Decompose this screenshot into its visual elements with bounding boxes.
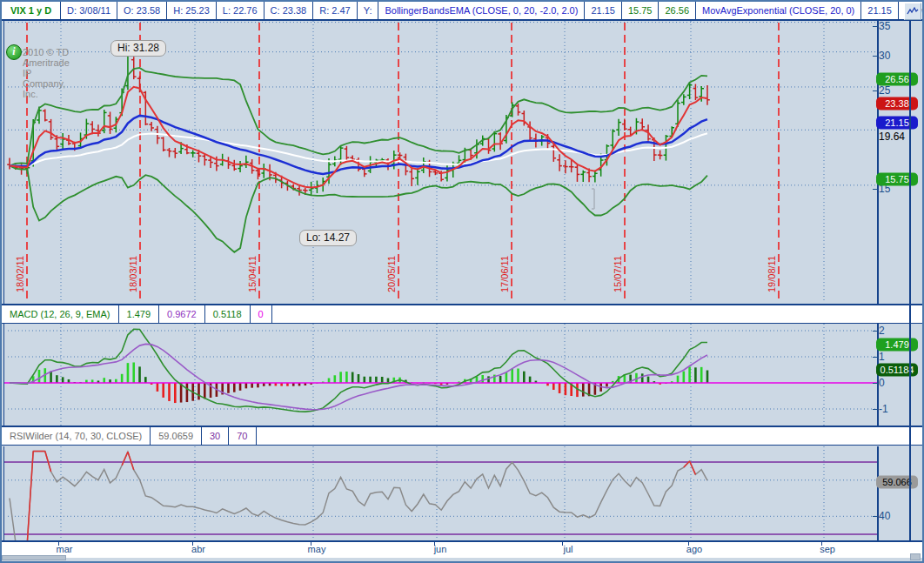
expiration-date-label: 15/07/11 — [613, 256, 623, 292]
rsi-overbought-segment — [27, 452, 33, 540]
price-axis-label: 30 — [879, 50, 890, 62]
low-callout: Lo: 14.27 — [299, 230, 357, 246]
axis-tick — [873, 357, 878, 358]
study-bollinger-label[interactable]: BollingerBandsEMA (CLOSE, 0, 20, -2.0, 2… — [378, 2, 585, 19]
expiration-date-label: 20/05/11 — [386, 256, 397, 292]
month-tick — [311, 542, 311, 546]
rsi-line — [10, 452, 707, 541]
bollinger-upper-line — [10, 68, 707, 166]
month-tick — [821, 542, 822, 546]
chart-style-button[interactable] — [904, 3, 921, 20]
month-tick — [562, 542, 563, 546]
expiration-date-label: 17/06/11 — [499, 256, 510, 292]
field-high: H: 25.23 — [167, 2, 217, 19]
study-bollinger-mid: 21.15 — [585, 2, 622, 19]
expiration-date-label: 19/08/11 — [767, 256, 777, 292]
trading-chart-window: VIX 1 y D D: 3/08/11 O: 23.58 H: 25.23 L… — [0, 0, 924, 563]
bollinger-lower-line — [10, 166, 707, 252]
symbol-timeframe[interactable]: VIX 1 y D — [2, 2, 61, 19]
horizontal-scrollbar-thumb[interactable] — [2, 555, 66, 560]
month-tick — [434, 542, 435, 546]
macd-axis-label: -1 — [879, 403, 888, 415]
rsi-header: RSIWilder (14, 70, 30, CLOSE) 59.0659 30… — [2, 426, 922, 446]
study-ema-value: 21.15 — [861, 2, 899, 19]
high-callout: Hi: 31.28 — [110, 40, 166, 57]
month-label: abr — [191, 544, 205, 554]
macd-header: MACD (12, 26, 9, EMA) 1.479 0.9672 0.511… — [2, 304, 922, 324]
macd-zero-value: 0 — [251, 305, 272, 323]
rsi-title[interactable]: RSIWilder (14, 70, 30, CLOSE) — [2, 427, 151, 445]
time-axis: marabrmayjunjulagosep — [2, 540, 922, 558]
field-close: C: 23.38 — [264, 2, 314, 19]
copyright-text: 2010 © TD Ameritrade IP Company, Inc. — [23, 47, 70, 99]
rsi-value: 59.0659 — [151, 427, 202, 445]
field-y: Y: — [358, 2, 379, 19]
zigzag-chart-icon — [907, 6, 919, 17]
rsi-overbought-segment — [122, 452, 128, 466]
month-tick — [192, 542, 193, 546]
macd-axis-label: 0 — [879, 377, 885, 389]
macd-badge: 1.479 — [876, 338, 918, 351]
price-badge: 15.75 — [876, 173, 918, 186]
axis-tick — [873, 189, 878, 190]
macd-line — [10, 329, 707, 412]
price-badge: 26.56 — [876, 72, 918, 85]
axis-tick — [873, 516, 878, 517]
rsi-badge: 59.066 — [876, 475, 918, 488]
macd-title[interactable]: MACD (12, 26, 9, EMA) — [2, 305, 119, 323]
field-open: O: 23.58 — [117, 2, 167, 19]
macd-badge: 0.51184 — [876, 363, 918, 376]
study-bollinger-lower: 15.75 — [622, 2, 660, 19]
expiration-date-label: 18/03/11 — [128, 256, 138, 292]
macd-hist-value: 0.5118 — [205, 305, 251, 323]
axis-right-border — [909, 21, 911, 540]
axis-tick — [873, 331, 878, 332]
axis-tick — [873, 90, 878, 91]
resize-grip[interactable] — [910, 553, 921, 560]
price-badge: 23.38 — [876, 97, 918, 110]
info-icon[interactable]: i — [6, 44, 22, 60]
month-tick — [58, 542, 59, 546]
month-tick — [688, 542, 689, 546]
expiration-date-label: 18/02/11 — [15, 256, 25, 292]
field-date: D: 3/08/11 — [61, 2, 117, 19]
chart-toolbar: VIX 1 y D D: 3/08/11 O: 23.58 H: 25.23 L… — [2, 2, 922, 21]
axis-tick — [873, 56, 878, 57]
month-label: jul — [563, 544, 572, 554]
axis-tick — [873, 383, 878, 384]
axis-tick — [873, 409, 878, 410]
field-low: L: 22.76 — [217, 2, 264, 19]
price-axis-label: 25 — [879, 84, 890, 97]
axis-tick — [873, 26, 878, 27]
rsi-axis-label: 40 — [879, 510, 890, 522]
rsi-overbought-segment — [128, 452, 134, 470]
cursor-price-label: 19.64 — [879, 131, 905, 143]
field-range: R: 2.47 — [313, 2, 357, 19]
macd-value: 1.479 — [119, 305, 160, 323]
rsi-oversold-value: 30 — [202, 427, 229, 445]
price-axis-label: 35 — [879, 20, 890, 32]
price-badge: 21.15 — [876, 116, 918, 129]
macd-axis-label: 2 — [879, 325, 885, 337]
rsi-overbought-value: 70 — [229, 427, 256, 445]
macd-axis-label: 1 — [879, 351, 885, 363]
study-ema-label[interactable]: MovAvgExponential (CLOSE, 20, 0) — [696, 2, 861, 19]
month-label: jun — [434, 544, 447, 554]
expiration-date-label: 15/04/11 — [247, 256, 258, 292]
study-bollinger-upper: 26.56 — [659, 2, 696, 19]
macd-signal-value: 0.9672 — [159, 305, 205, 323]
